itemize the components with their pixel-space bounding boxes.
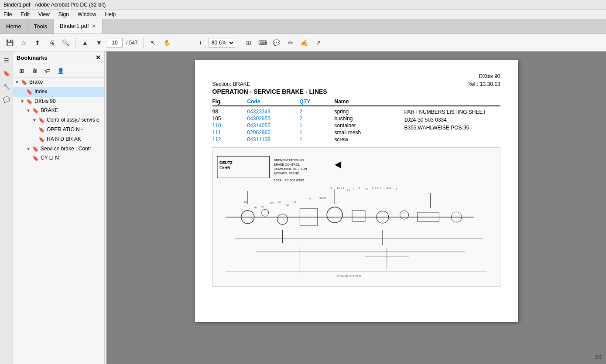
toolbar-separator-1: [75, 37, 75, 48]
zoom-in-button[interactable]: +: [195, 37, 207, 49]
row-112-qty: 1: [300, 136, 335, 143]
svg-text:87: 87: [244, 201, 247, 204]
diagram-svg: DEUTZ FAHR BREMSBETATIGUNG BRAKE CONTROL…: [213, 148, 500, 286]
nav-up-button[interactable]: ▲: [79, 37, 91, 49]
bookmark-toggle-sb[interactable]: ▼: [26, 146, 32, 152]
pdf-header-right: DXbis 90: [212, 73, 500, 79]
panel-comments-icon[interactable]: 💬: [1, 94, 12, 105]
pen-button[interactable]: ✏: [284, 37, 297, 49]
row-112-code: 04311138: [247, 136, 300, 143]
bookmark-toggle-cylin: [26, 155, 32, 161]
row-105-fig: 105: [212, 116, 247, 122]
print-button[interactable]: 🖨: [45, 37, 58, 49]
bookmark-toggle-brake[interactable]: ▼: [15, 79, 21, 85]
share-button[interactable]: ↗: [312, 37, 325, 49]
menu-help[interactable]: Help: [103, 10, 118, 18]
svg-text:DEUTZ: DEUTZ: [219, 160, 232, 165]
sidebar-close-icon[interactable]: ✕: [96, 54, 101, 61]
bookmark-brake-sub-icon: 🔖: [32, 107, 39, 115]
svg-point-12: [277, 214, 288, 225]
toolbar-separator-2: [143, 37, 144, 48]
zoom-out-button[interactable]: −: [181, 37, 193, 49]
bookmark-cylin-icon: 🔖: [32, 155, 39, 162]
nav-down-button[interactable]: ▼: [93, 37, 105, 49]
hand-tool-button[interactable]: ✋: [161, 37, 173, 49]
search-button[interactable]: 🔍: [59, 37, 72, 49]
bookmark-service-brake[interactable]: ▼ 🔖 Servi ce brake , Contr: [13, 144, 104, 154]
svg-text:1024-30 503 0332: 1024-30 503 0332: [337, 275, 362, 278]
table-row: 98 04323349 2 spring: [212, 108, 404, 115]
bookmark-handbrake[interactable]: 🔖 HA N D BR AK: [13, 135, 104, 144]
upload-button[interactable]: ⬆: [31, 37, 44, 49]
new-bookmark-button[interactable]: ⊞: [16, 66, 27, 75]
bookmark-brake-sub[interactable]: ▼ 🔖 BRAKE: [13, 106, 104, 116]
bookmark-service-brake-icon: 🔖: [32, 146, 39, 153]
bookmark-cylin[interactable]: 🔖 CY LI N: [13, 153, 104, 163]
find-bookmark-button[interactable]: 👤: [55, 66, 66, 75]
bookmark-control-assy[interactable]: ▼ 🔖 Contr ol assy./ servis e: [13, 116, 104, 125]
tag-bookmark-button[interactable]: 🏷: [42, 66, 53, 75]
comment-button[interactable]: 💬: [270, 37, 283, 49]
bookmark-operation[interactable]: 🔖 OPER ATIO N -: [13, 125, 104, 135]
svg-text:112 111: 112 111: [371, 187, 381, 190]
typewriter-button[interactable]: ⌨: [257, 37, 269, 49]
panel-bookmarks-icon[interactable]: 🔖: [1, 68, 12, 78]
svg-text:95-97: 95-97: [319, 197, 326, 199]
menu-view[interactable]: View: [37, 10, 51, 18]
fit-page-button[interactable]: ⊞: [243, 37, 255, 49]
zoom-select[interactable]: 80.6% 50% 75% 100% 125% 150%: [209, 38, 235, 48]
tab-binder-label: Binder1.pdf: [60, 23, 89, 29]
svg-text:COMMANDE DE FREIN: COMMANDE DE FREIN: [274, 167, 307, 170]
svg-text:12: 12: [337, 187, 340, 189]
svg-text:80: 80: [286, 204, 289, 207]
pdf-left-column: 98 04323349 2 spring 105 04302955 2 bush…: [212, 108, 404, 143]
svg-text:6: 6: [330, 187, 332, 189]
tab-close-icon[interactable]: ✕: [92, 23, 96, 29]
title-text: Binder1.pdf - Adobe Acrobat Pro DC (32-b…: [3, 2, 106, 8]
table-row: 111 02962960 1 small mesh: [212, 129, 404, 136]
save-button[interactable]: 💾: [3, 37, 16, 49]
menu-sign[interactable]: Sign: [57, 10, 71, 18]
tab-home[interactable]: Home: [0, 19, 28, 34]
bookmark-toggle-control[interactable]: ▼: [32, 117, 38, 123]
menu-file[interactable]: File: [2, 10, 14, 18]
bookmark-brake[interactable]: ▼ 🔖 Brake: [13, 78, 104, 87]
row-105-code: 04302955: [247, 116, 300, 122]
menu-edit[interactable]: Edit: [19, 10, 31, 18]
pdf-viewer[interactable]: DXbis 90 Section: BRAKE Ref.: 13.30.13 O…: [106, 51, 606, 364]
bookmark-button[interactable]: ☆: [17, 37, 30, 49]
row-98-qty: 2: [300, 109, 335, 115]
bookmark-control-icon: 🔖: [38, 117, 45, 124]
sidebar-content: ▼ 🔖 Brake 🔖 Index ▼ 🔖 DXbis 90 ▼ 🔖 BRAKE: [13, 78, 104, 364]
parts-info-line1: PART NUMBERS LISTING SHEET: [404, 108, 500, 116]
bookmark-service-brake-label: Servi ce brake , Contr: [41, 145, 103, 153]
parts-info-line3: B355,WAHLWEISE POS.95: [404, 124, 500, 132]
page-number-input[interactable]: [107, 38, 123, 48]
sign-button[interactable]: ✍: [298, 37, 311, 49]
bookmark-dxbis-label: DXbis 90: [34, 98, 103, 105]
menu-window[interactable]: Window: [76, 10, 98, 18]
row-98-name: spring: [335, 109, 404, 115]
col-fig-header: Fig.: [212, 99, 247, 105]
row-105-qty: 2: [300, 116, 335, 122]
table-row: 112 04311138 1 screw: [212, 136, 404, 143]
row-110-name: container: [335, 122, 404, 129]
svg-text:105: 105: [269, 202, 274, 204]
pdf-page: DXbis 90 Section: BRAKE Ref.: 13.30.13 O…: [195, 60, 518, 322]
panel-pages-icon[interactable]: ☰: [1, 55, 12, 65]
sidebar: Bookmarks ✕ ⊞ 🗑 🏷 👤 ▼ 🔖 Brake 🔖 Index: [13, 51, 105, 364]
page-counter: 3/3: [595, 354, 602, 360]
toolbar-separator-3: [177, 37, 177, 48]
tab-tools[interactable]: Tools: [28, 19, 54, 34]
bookmark-toggle-dxbis[interactable]: ▼: [20, 99, 26, 105]
cursor-tool-button[interactable]: ↖: [147, 37, 159, 49]
bookmark-toggle-brake-sub[interactable]: ▼: [26, 108, 32, 114]
svg-text:BREMSBETATIGUNG: BREMSBETATIGUNG: [274, 159, 304, 162]
panel-tools-icon[interactable]: 🔧: [1, 81, 12, 92]
bookmark-index-label: Index: [34, 88, 103, 95]
bookmark-index[interactable]: 🔖 Index: [13, 87, 104, 97]
tab-binder[interactable]: Binder1.pdf ✕: [54, 19, 103, 34]
bookmark-dxbis[interactable]: ▼ 🔖 DXbis 90: [13, 97, 104, 106]
parts-info-line2: 1024-30 503 0334: [404, 116, 500, 124]
delete-bookmark-button[interactable]: 🗑: [29, 66, 40, 75]
